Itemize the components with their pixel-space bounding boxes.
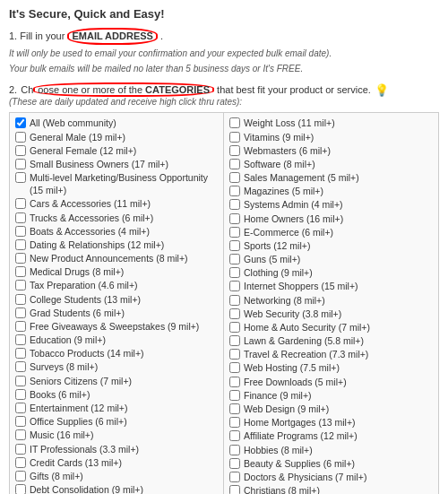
cat-checkbox-left-13[interactable] <box>15 308 26 318</box>
cat-checkbox-left-21[interactable] <box>15 416 26 427</box>
cat-checkbox-left-19[interactable] <box>15 389 26 400</box>
cat-label-left-14[interactable]: Free Giveaways & Sweepstakes (9 mil+) <box>30 320 199 333</box>
cat-checkbox-right-3[interactable] <box>229 159 240 169</box>
cat-checkbox-right-4[interactable] <box>229 172 240 183</box>
cat-checkbox-left-16[interactable] <box>15 348 26 359</box>
cat-checkbox-right-12[interactable] <box>229 281 240 291</box>
cat-label-left-25[interactable]: Gifts (8 mil+) <box>30 470 83 482</box>
cat-label-right-20[interactable]: Finance (9 mil+) <box>244 389 312 402</box>
cat-label-left-12[interactable]: College Students (13 mil+) <box>30 293 141 306</box>
cat-checkbox-left-9[interactable] <box>15 253 26 264</box>
cat-label-left-5[interactable]: Cars & Accessories (11 mil+) <box>30 197 151 210</box>
cat-label-left-7[interactable]: Boats & Accessories (4 mil+) <box>30 225 150 238</box>
cat-checkbox-left-24[interactable] <box>15 457 26 468</box>
cat-checkbox-left-5[interactable] <box>15 198 26 209</box>
cat-label-left-6[interactable]: Trucks & Accessories (6 mil+) <box>30 212 153 224</box>
cat-label-left-17[interactable]: Surveys (8 mil+) <box>30 360 98 373</box>
cat-label-right-18[interactable]: Web Hosting (7.5 mil+) <box>244 361 340 374</box>
cat-checkbox-right-18[interactable] <box>229 362 240 373</box>
cat-label-left-0[interactable]: All (Web community) <box>30 117 116 129</box>
cat-label-left-24[interactable]: Credit Cards (13 mil+) <box>30 456 122 469</box>
cat-checkbox-left-6[interactable] <box>15 212 26 223</box>
cat-checkbox-right-27[interactable] <box>229 485 240 494</box>
cat-label-right-27[interactable]: Christians (8 mil+) <box>244 484 320 494</box>
cat-label-left-9[interactable]: New Product Announcements (8 mil+) <box>30 252 188 264</box>
cat-checkbox-right-7[interactable] <box>229 213 240 224</box>
cat-checkbox-right-0[interactable] <box>229 117 240 128</box>
cat-label-right-12[interactable]: Internet Shoppers (15 mil+) <box>244 280 358 292</box>
cat-label-right-9[interactable]: Sports (12 mil+) <box>244 239 310 252</box>
cat-label-left-22[interactable]: Music (16 mil+) <box>30 429 93 441</box>
cat-checkbox-right-26[interactable] <box>229 472 240 482</box>
cat-label-right-19[interactable]: Free Downloads (5 mil+) <box>244 376 347 388</box>
cat-checkbox-right-11[interactable] <box>229 267 240 278</box>
cat-label-right-3[interactable]: Software (8 mil+) <box>244 158 315 170</box>
cat-label-left-15[interactable]: Education (9 mil+) <box>30 334 106 346</box>
cat-label-left-10[interactable]: Medical Drugs (8 mil+) <box>30 265 124 278</box>
cat-checkbox-right-14[interactable] <box>229 308 240 319</box>
cat-label-left-26[interactable]: Debt Consolidation (9 mil+) <box>30 483 143 494</box>
cat-label-left-4[interactable]: Multi-level Marketing/Business Opportuni… <box>30 171 218 196</box>
cat-checkbox-right-19[interactable] <box>229 377 240 387</box>
cat-label-right-21[interactable]: Web Design (9 mil+) <box>244 403 329 415</box>
cat-checkbox-left-2[interactable] <box>15 145 26 156</box>
cat-label-right-10[interactable]: Guns (5 mil+) <box>244 253 300 265</box>
cat-checkbox-right-21[interactable] <box>229 403 240 414</box>
cat-label-right-14[interactable]: Web Security (3.8 mil+) <box>244 308 341 320</box>
cat-checkbox-left-12[interactable] <box>15 294 26 305</box>
cat-checkbox-right-16[interactable] <box>229 335 240 346</box>
cat-label-left-11[interactable]: Tax Preparation (4.6 mil+) <box>30 279 138 291</box>
cat-label-left-3[interactable]: Small Business Owners (17 mil+) <box>30 158 168 170</box>
cat-label-right-22[interactable]: Home Mortgages (13 mil+) <box>244 416 356 429</box>
cat-checkbox-right-6[interactable] <box>229 199 240 210</box>
cat-checkbox-right-23[interactable] <box>229 430 240 441</box>
cat-checkbox-left-3[interactable] <box>15 159 26 169</box>
cat-checkbox-right-15[interactable] <box>229 322 240 333</box>
cat-label-left-16[interactable]: Tobacco Products (14 mil+) <box>30 347 144 360</box>
cat-label-right-4[interactable]: Sales Management (5 mil+) <box>244 171 359 184</box>
cat-checkbox-left-10[interactable] <box>15 266 26 277</box>
cat-label-right-11[interactable]: Clothing (9 mil+) <box>244 266 313 279</box>
cat-checkbox-left-11[interactable] <box>15 280 26 290</box>
cat-label-right-13[interactable]: Networking (8 mil+) <box>244 294 325 307</box>
cat-checkbox-left-1[interactable] <box>15 132 26 143</box>
cat-checkbox-left-17[interactable] <box>15 361 26 372</box>
cat-checkbox-left-0[interactable] <box>15 117 26 128</box>
cat-checkbox-right-5[interactable] <box>229 186 240 196</box>
cat-label-left-18[interactable]: Seniors Citizens (7 mil+) <box>30 375 132 387</box>
cat-checkbox-right-25[interactable] <box>229 458 240 469</box>
cat-label-right-25[interactable]: Beauty & Supplies (6 mil+) <box>244 457 355 470</box>
cat-label-right-16[interactable]: Lawn & Gardening (5.8 mil+) <box>244 334 364 347</box>
cat-checkbox-right-8[interactable] <box>229 227 240 238</box>
cat-label-right-2[interactable]: Webmasters (6 mil+) <box>244 144 331 157</box>
cat-checkbox-right-1[interactable] <box>229 132 240 143</box>
cat-checkbox-left-8[interactable] <box>15 239 26 250</box>
cat-label-right-8[interactable]: E-Commerce (6 mil+) <box>244 226 333 238</box>
cat-label-left-8[interactable]: Dating & Relationships (12 mil+) <box>30 238 164 251</box>
cat-label-right-15[interactable]: Home & Auto Security (7 mil+) <box>244 321 370 334</box>
cat-checkbox-right-20[interactable] <box>229 390 240 401</box>
cat-checkbox-left-15[interactable] <box>15 334 26 345</box>
cat-checkbox-right-9[interactable] <box>229 240 240 251</box>
cat-checkbox-left-4[interactable] <box>15 172 26 183</box>
cat-checkbox-left-23[interactable] <box>15 444 26 455</box>
cat-checkbox-right-17[interactable] <box>229 349 240 360</box>
cat-checkbox-right-13[interactable] <box>229 295 240 306</box>
cat-label-right-26[interactable]: Doctors & Physicians (7 mil+) <box>244 471 366 483</box>
cat-label-right-0[interactable]: Weight Loss (11 mil+) <box>244 117 335 129</box>
cat-label-right-5[interactable]: Magazines (5 mil+) <box>244 185 323 197</box>
cat-checkbox-left-22[interactable] <box>15 429 26 440</box>
cat-label-left-13[interactable]: Grad Students (6 mil+) <box>30 307 125 319</box>
cat-checkbox-right-2[interactable] <box>229 145 240 156</box>
cat-checkbox-left-7[interactable] <box>15 226 26 237</box>
cat-checkbox-left-18[interactable] <box>15 376 26 386</box>
cat-checkbox-left-20[interactable] <box>15 403 26 413</box>
cat-label-right-23[interactable]: Affiliate Programs (12 mil+) <box>244 429 358 442</box>
cat-label-right-6[interactable]: Systems Admin (4 mil+) <box>244 198 343 211</box>
cat-checkbox-right-24[interactable] <box>229 445 240 455</box>
cat-label-right-7[interactable]: Home Owners (16 mil+) <box>244 212 343 225</box>
cat-label-left-23[interactable]: IT Professionals (3.3 mil+) <box>30 443 139 455</box>
cat-label-left-1[interactable]: General Male (19 mil+) <box>30 131 125 143</box>
cat-label-left-2[interactable]: General Female (12 mil+) <box>30 144 136 157</box>
cat-checkbox-left-25[interactable] <box>15 471 26 481</box>
